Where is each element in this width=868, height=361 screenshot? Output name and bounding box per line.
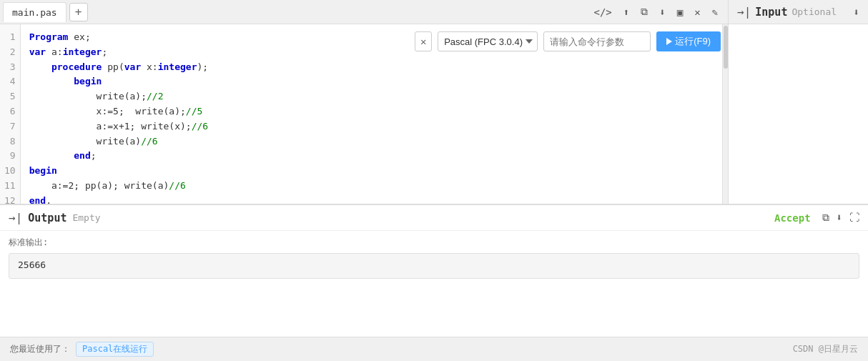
code-area: 1 2 3 4 5 6 7 8 9 10 11 12 13 14 Program… (0, 24, 728, 204)
tab-add-button[interactable]: + (69, 3, 88, 21)
scrollbar[interactable] (722, 24, 728, 204)
output-expand-icon[interactable]: ⛶ (849, 212, 859, 224)
run-label: 运行(F9) (675, 35, 711, 48)
run-close-button[interactable]: ✕ (415, 31, 432, 51)
output-title: Output (28, 212, 66, 224)
editor-toolbar: </> ⬆ ⧉ ⬇ ▣ ✕ ✎ (591, 4, 725, 19)
tab-label: main.pas (12, 7, 57, 18)
run-button[interactable]: 运行(F9) (656, 31, 721, 51)
output-container: →| Output Empty Accept ⧉ ⬇ ⛶ 标准输出: 25666 (0, 204, 868, 337)
download-icon[interactable]: ⬇ (656, 5, 668, 19)
input-panel-title: Input (755, 6, 787, 19)
output-header: →| Output Empty Accept ⧉ ⬇ ⛶ (0, 205, 868, 231)
input-arrow-icon: →| (737, 5, 751, 19)
footer-recent-label: 您最近使用了： (10, 343, 70, 355)
run-toolbar: ✕ Pascal (FPC 3.0.4) 运行(F9) (413, 30, 722, 53)
input-panel-subtitle: Optional (791, 6, 837, 17)
footer-left: 您最近使用了： Pascal在线运行 (10, 342, 154, 357)
copy-icon[interactable]: ⧉ (638, 4, 651, 19)
input-download-icon[interactable]: ⬇ (854, 6, 859, 18)
tab-bar: main.pas + </> ⬆ ⧉ ⬇ ▣ ✕ ✎ (0, 0, 728, 24)
output-result: 25666 (9, 253, 859, 279)
scrollbar-thumb[interactable] (724, 26, 728, 69)
line-numbers: 1 2 3 4 5 6 7 8 9 10 11 12 13 14 (0, 24, 21, 204)
accept-button[interactable]: Accept (774, 212, 811, 224)
output-status: Empty (72, 212, 100, 223)
cmd-args-input[interactable] (543, 31, 651, 51)
footer: 您最近使用了： Pascal在线运行 CSDN @日星月云 (0, 337, 868, 361)
footer-branding: CSDN @日星月云 (793, 343, 858, 355)
layout-icon[interactable]: ▣ (674, 5, 686, 19)
language-select[interactable]: Pascal (FPC 3.0.4) (438, 31, 538, 51)
x-icon: ✕ (420, 36, 426, 47)
tab-main-pas[interactable]: main.pas (3, 2, 66, 22)
close-icon[interactable]: ✕ (691, 5, 703, 19)
footer-recent-tag[interactable]: Pascal在线运行 (76, 342, 154, 357)
output-icons: ⧉ ⬇ ⛶ (822, 212, 859, 224)
plus-icon: + (75, 5, 82, 19)
output-content: 标准输出: 25666 (0, 231, 868, 337)
input-panel: →| Input Optional ⬇ (729, 0, 868, 204)
play-icon (666, 38, 672, 45)
upload-icon[interactable]: ⬆ (621, 5, 632, 19)
output-arrow-icon: →| (9, 211, 22, 224)
output-download-icon[interactable]: ⬇ (837, 212, 842, 224)
output-label: 标准输出: (9, 237, 859, 249)
editor-panel: main.pas + </> ⬆ ⧉ ⬇ ▣ ✕ ✎ 1 2 3 4 5 (0, 0, 729, 204)
input-panel-header: →| Input Optional ⬇ (729, 0, 868, 24)
output-copy-icon[interactable]: ⧉ (822, 212, 829, 224)
edit-icon[interactable]: ✎ (709, 5, 721, 19)
code-icon[interactable]: </> (591, 5, 615, 19)
input-textarea[interactable] (729, 24, 868, 204)
